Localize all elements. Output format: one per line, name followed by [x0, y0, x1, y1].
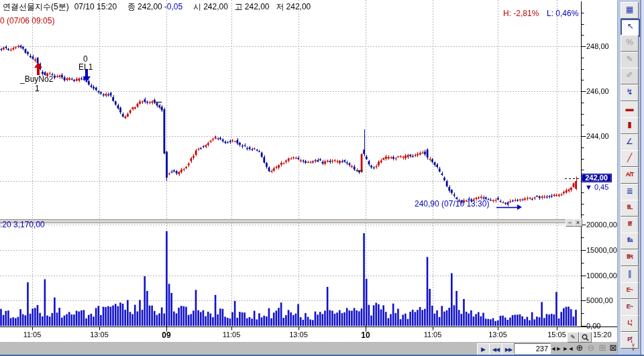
pattern-grid-icon[interactable]: ▦	[621, 2, 639, 19]
fib-curve-icon[interactable]: f/f	[621, 217, 639, 233]
time-axis-label: 15:05	[547, 331, 566, 339]
volume-axis-label: 5000,00	[586, 296, 613, 304]
cursor-icon[interactable]: ↖	[621, 19, 640, 37]
price-axis-label: 244,00	[586, 132, 609, 140]
percent-tool-icon[interactable]: %	[621, 35, 639, 52]
volume-axis-label: 10000,00	[586, 272, 617, 280]
price-axis-label: 246,00	[586, 87, 609, 95]
current-price-delta: ▼ 0,45	[585, 183, 608, 191]
play-button[interactable]: ▶	[477, 343, 490, 355]
buy-signal-label: _BuyNo2	[20, 74, 53, 84]
volume-pane-header: :20 3,170,00	[0, 220, 45, 229]
zoom-in-icon[interactable]: ⊕	[574, 343, 585, 353]
range-low-percent: L: 0,46%	[547, 9, 578, 18]
volume-axis-label: 15000,00	[586, 246, 617, 254]
time-axis-day-label: 09	[162, 331, 170, 340]
low-high-marker-icon[interactable]: L¦	[621, 315, 639, 332]
scroll-right-button[interactable]: ▶▶	[502, 343, 515, 355]
session-low-marker-label: 240,90 (07/10 13:30)	[415, 199, 489, 209]
parallel-lines-icon[interactable]: ∥	[621, 266, 639, 283]
angle-line-icon[interactable]: ∠	[621, 134, 639, 151]
buy-signal-count: 1	[35, 84, 40, 93]
header-segment: 시	[193, 2, 201, 11]
elliott-wave-icon[interactable]: E~	[621, 282, 639, 299]
header-segment: 종	[127, 2, 136, 11]
window-right-border	[640, 0, 644, 356]
volume-axis-label: 20000,00	[586, 221, 617, 229]
header-segment: 242,00	[286, 2, 311, 11]
pattern-match-icon[interactable]: P¦	[621, 332, 639, 349]
magnifier-button[interactable]	[579, 332, 592, 343]
header-segment: 242,00	[203, 2, 228, 11]
price-volume-chart-canvas[interactable]	[0, 0, 644, 356]
chart-window: 연결선물지수(5분)07/10 15:20종242,00-0,05시242,00…	[0, 0, 644, 356]
time-axis-label: 13:05	[289, 331, 308, 339]
vertical-line-icon[interactable]: ▮	[621, 117, 639, 134]
annotate-pencil-button[interactable]: ✎	[567, 332, 579, 343]
volume-axis-label: 0,00	[586, 322, 600, 330]
horizontal-line-icon[interactable]: ▬	[621, 101, 639, 118]
elliott-wave2-icon[interactable]: E~	[621, 299, 639, 316]
text-note-icon[interactable]: A/T	[621, 167, 639, 184]
time-axis-label: 13:05	[90, 331, 109, 339]
time-axis-day-label: 10	[361, 331, 370, 340]
expand-bars-icon[interactable]: ◄►	[550, 343, 561, 354]
toolbar-more-icon[interactable]: ∨ ∨	[631, 343, 635, 351]
range-high-percent: H: -2,81%	[503, 9, 539, 18]
close-chart-icon[interactable]: ⊠	[608, 343, 619, 353]
fan-lines-icon[interactable]: f/a	[621, 233, 639, 249]
draw-pen-icon[interactable]: ✎	[621, 52, 639, 68]
time-axis-label: 11:05	[223, 331, 241, 339]
drawing-toolbar: ▦↖%✎✐↯▬▮∠╱A/T≣f/Lf/ff/af/R∥E~E~L¦P¦∨ ∨	[617, 0, 641, 356]
chart-header: 연결선물지수(5분)07/10 15:20종242,00-0,05시242,00…	[3, 1, 311, 13]
scroll-left-button[interactable]: ◀◀	[489, 343, 502, 355]
trend-line-icon[interactable]: ╱	[621, 150, 639, 167]
current-price-badge: 242,00	[581, 174, 612, 182]
header-segment: 242,00	[245, 2, 270, 11]
header-segment: 고	[235, 2, 243, 11]
exit-signal-label: EL1	[78, 62, 93, 72]
time-axis-label: 11:05	[424, 331, 442, 339]
zoom-out-icon[interactable]: ⊖	[586, 343, 596, 353]
grid-toggle-icon[interactable]: ⊞	[597, 343, 608, 353]
eraser-hand-icon[interactable]: ✐	[621, 68, 639, 84]
retracement-icon[interactable]: f/R	[621, 249, 639, 266]
header-segment: -0,05	[164, 2, 182, 11]
header-segment: 07/10 15:20	[74, 2, 117, 11]
magnifier-icon	[582, 334, 589, 341]
header-segment: 242,00	[138, 2, 162, 11]
collapse-bars-icon[interactable]: ►◄	[562, 343, 574, 354]
header-segment: 연결선물지수(5분)	[3, 2, 69, 11]
time-axis-label: 13:05	[488, 331, 507, 339]
pane-close-button[interactable]: ×	[574, 219, 582, 227]
fibonacci-lines-icon[interactable]: ≣	[621, 184, 639, 200]
header-segment: 저	[276, 2, 284, 11]
axis-end-time-label: 15:20	[593, 331, 612, 339]
zigzag-line-icon[interactable]: ↯	[621, 84, 639, 101]
time-axis-label: 11:05	[23, 331, 42, 339]
bar-count-input[interactable]	[514, 343, 551, 354]
price-axis-label: 248,00	[586, 42, 609, 50]
session-high-marker-label: 0 (07/06 09:05)	[0, 16, 54, 25]
fib-bars-icon[interactable]: f/L	[621, 200, 639, 217]
